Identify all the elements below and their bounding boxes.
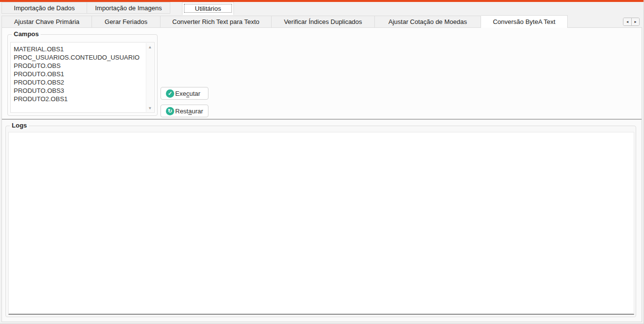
utility-tab-bar: Ajustar Chave Primária Gerar Feriados Co… <box>1 15 568 28</box>
tab-scroll-right-button[interactable]: ▸ <box>631 18 639 25</box>
scroll-down-icon[interactable]: ▼ <box>146 104 154 112</box>
scroll-up-icon[interactable]: ▲ <box>146 43 154 51</box>
tab-utilitarios[interactable]: Utilitários <box>182 2 234 15</box>
app-window: Importação de Dados Importação de Imagen… <box>0 0 644 324</box>
tab-converter-rich-text[interactable]: Converter Rich Text para Texto <box>161 16 272 28</box>
main-tab-bar: Importação de Dados Importação de Imagen… <box>1 2 234 16</box>
list-item[interactable]: MATERIAL.OBS1 <box>14 45 144 53</box>
list-item[interactable]: PRODUTO2.OBS1 <box>14 95 144 103</box>
campos-group-title: Campos <box>12 30 41 38</box>
restaurar-button[interactable]: ↻ Restaurar <box>161 105 208 117</box>
arrow-left-icon: ◂ <box>626 20 628 24</box>
restaurar-button-label: Restaurar <box>175 108 203 115</box>
tab-importacao-de-imagens[interactable]: Importação de Imagens <box>87 2 170 14</box>
tab-ajustar-chave-primaria[interactable]: Ajustar Chave Primária <box>1 16 92 28</box>
executar-button[interactable]: ✓ Executar <box>161 87 208 100</box>
upper-panel: Campos MATERIAL.OBS1 PROC_USUARIOS.CONTE… <box>2 28 642 120</box>
campos-groupbox: Campos MATERIAL.OBS1 PROC_USUARIOS.CONTE… <box>7 34 158 116</box>
tab-gerar-feriados[interactable]: Gerar Feriados <box>92 16 161 28</box>
list-item[interactable]: PRODUTO.OBS <box>14 62 144 70</box>
listbox-scrollbar[interactable]: ▲ ▼ <box>146 43 154 112</box>
list-item[interactable]: PRODUTO.OBS1 <box>14 70 144 78</box>
campos-list: MATERIAL.OBS1 PROC_USUARIOS.CONTEUDO_USU… <box>14 45 144 111</box>
tab-ajustar-cotacao-de-moedas[interactable]: Ajustar Cotação de Moedas <box>375 16 481 28</box>
list-item[interactable]: PRODUTO.OBS3 <box>14 86 144 95</box>
tab-conversao-bytea-text[interactable]: Conversão ByteA Text <box>481 15 568 28</box>
refresh-icon: ↻ <box>166 107 174 115</box>
tab-importacao-de-dados[interactable]: Importação de Dados <box>1 2 87 14</box>
executar-button-label: Executar <box>175 90 200 97</box>
tab-scroller-group: ◂ ▸ <box>623 18 640 26</box>
logs-memo[interactable] <box>8 132 634 315</box>
logs-groupbox: Logs <box>5 126 636 317</box>
tab-page-conversao-bytea: Campos MATERIAL.OBS1 PROC_USUARIOS.CONTE… <box>1 27 642 322</box>
logs-group-title: Logs <box>10 122 29 129</box>
list-item[interactable]: PRODUTO.OBS2 <box>14 78 144 86</box>
arrow-right-icon: ▸ <box>634 20 636 24</box>
campos-listbox[interactable]: MATERIAL.OBS1 PROC_USUARIOS.CONTEUDO_USU… <box>10 42 155 113</box>
tab-scroll-left-button[interactable]: ◂ <box>623 18 631 25</box>
tab-verificar-indices-duplicados[interactable]: Verificar Índices Duplicados <box>272 16 375 28</box>
list-item[interactable]: PROC_USUARIOS.CONTEUDO_USUARIO <box>14 53 144 62</box>
check-icon: ✓ <box>166 89 174 98</box>
